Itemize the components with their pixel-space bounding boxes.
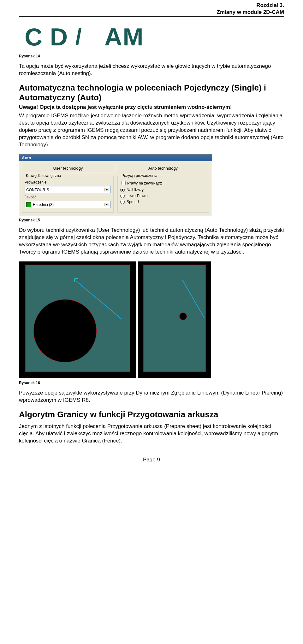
page-footer: Page 9 <box>19 457 284 463</box>
figure-16-caption: Rysunek 16 <box>19 381 284 385</box>
figure-15-caption: Rysunek 15 <box>19 218 284 222</box>
heading-fence-algorithm: Algorytm Granicy w funkcji Przygotowania… <box>19 410 284 419</box>
banner-slash: / <box>75 26 82 48</box>
auto-dialog: Auto User technology Auto technology Kra… <box>19 154 212 215</box>
banner-letter-c: C <box>25 25 43 49</box>
banner-letter-am: AM <box>104 25 144 49</box>
warning-text: Opcja ta dostępna jest wyłącznie przy ci… <box>39 104 232 110</box>
radio-lewoprawo[interactable] <box>120 194 125 198</box>
banner-letter-d: D <box>50 25 68 49</box>
chevron-down-icon: ▼ <box>104 203 109 206</box>
group-outer-edge: Krawędź zewnętrzna Prowadzenie CONTOUR-S… <box>22 176 114 213</box>
chapter-label: Rozdział 3. <box>19 2 284 9</box>
tab-auto-technology[interactable]: Auto technology <box>117 164 209 173</box>
quality-color-chip <box>26 202 31 207</box>
group-lead-position-label: Pozycja prowadzenia <box>120 173 158 178</box>
group-lead-position: Pozycja prowadzenia Prawy na zewnNątrz N… <box>117 176 209 213</box>
paragraph-3: Do wyboru techniki użytkownika (User Tec… <box>19 227 284 256</box>
radio-spread[interactable] <box>120 200 125 204</box>
header-rule <box>19 16 284 17</box>
hole-right <box>179 313 187 320</box>
part-outline-right <box>143 265 206 372</box>
select-contour-value: CONTOUR-S <box>26 188 49 192</box>
warning-block: Uwaga! Opcja ta dostępna jest wyłącznie … <box>19 104 284 111</box>
label-jakosc: Jakość: <box>25 195 38 199</box>
select-contour[interactable]: CONTOUR-S ▼ <box>25 186 111 193</box>
select-jakosc-value: Hsrednia (3) <box>33 202 104 207</box>
dialog-titlebar: Auto <box>19 155 212 161</box>
group-outer-edge-label: Krawędź zewnętrzna <box>25 173 62 178</box>
tab-user-technology[interactable]: User technology <box>22 164 114 173</box>
heading-auto-technology: Automatyczna technologia w poleceniach P… <box>19 83 284 102</box>
paragraph-4: Powyższe opcje są zwykle wykorzystywane … <box>19 389 284 404</box>
pierce-marker-left <box>74 278 78 282</box>
radio-spread-label: Spread <box>127 200 139 204</box>
figure-14-banner: C D / AM <box>19 22 215 51</box>
figure-16-panel-right <box>138 261 211 378</box>
checkbox-prawy[interactable] <box>122 181 126 185</box>
radio-lewoprawo-label: Lewo-Prawo <box>127 194 148 198</box>
radio-najblizszy-label: Najbliższy <box>127 188 144 192</box>
warning-label: Uwaga! <box>19 104 38 110</box>
select-jakosc[interactable]: Hsrednia (3) ▼ <box>25 201 111 208</box>
chevron-down-icon: ▼ <box>104 188 109 191</box>
paragraph-1: Ta opcja może być wykorzystana jeżeli ch… <box>19 63 284 77</box>
paragraph-5: Jednym z istotnych funkcji polecenia Prz… <box>19 423 284 445</box>
hole-left <box>33 299 97 362</box>
section-rule <box>19 421 284 421</box>
figure-14-caption: Rysunek 14 <box>19 54 284 58</box>
chapter-title: Zmiany w module 2D-CAM <box>19 9 284 16</box>
figure-16-panel-left <box>19 261 136 378</box>
radio-najblizszy[interactable] <box>120 188 125 192</box>
figure-16 <box>19 261 212 378</box>
label-prowadzenie: Prowadzenie <box>25 180 46 184</box>
paragraph-2: W programie IGEMS możliwe jest dowolne ł… <box>19 112 284 149</box>
dialog-title-text: Auto <box>22 155 31 160</box>
page-header: Rozdział 3. Zmiany w module 2D-CAM <box>19 0 284 16</box>
checkbox-prawy-label: Prawy na zewnNątrz <box>127 181 162 185</box>
